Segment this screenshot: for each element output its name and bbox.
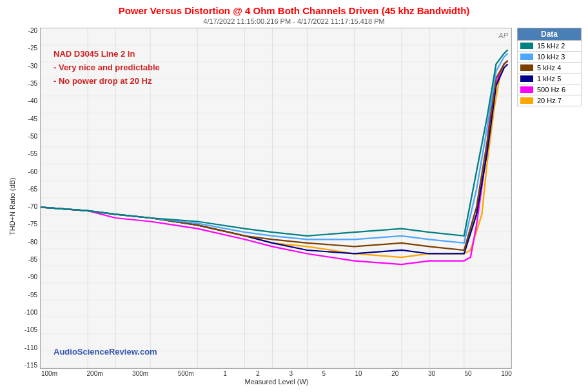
legend-item: 5 kHz 4	[517, 63, 582, 74]
legend-item-label: 15 kHz 2	[537, 42, 565, 50]
legend-item-label: 5 kHz 4	[537, 64, 561, 72]
x-axis-label: Measured Level (W)	[41, 378, 512, 386]
annotation-line1: NAD D3045 Line 2 In	[54, 48, 160, 61]
chart-subtitle: 4/17/2022 11:15:00.216 PM - 4/17/2022 11…	[203, 17, 384, 25]
y-tick: -20	[28, 28, 37, 34]
legend-item-label: 500 Hz 6	[537, 86, 565, 93]
y-tick: -50	[28, 133, 37, 140]
y-axis-label: THD+N Ratio (dB)	[6, 28, 18, 386]
legend-color-swatch	[520, 86, 533, 93]
y-tick: -65	[28, 186, 37, 193]
y-tick: -40	[28, 98, 37, 104]
legend-item-label: 20 Hz 7	[537, 97, 562, 104]
chart-container: Power Versus Distortion @ 4 Ohm Both Cha…	[0, 0, 588, 392]
annotation-line3: - No power drop at 20 Hz	[54, 75, 160, 88]
legend-item: 1 kHz 5	[517, 74, 582, 84]
legend-color-swatch	[520, 75, 533, 82]
legend-item: 15 kHz 2	[517, 41, 582, 52]
legend-color-swatch	[520, 97, 533, 104]
legend-panel: Data 15 kHz 210 kHz 35 kHz 41 kHz 5500 H…	[517, 28, 582, 369]
x-tick: 100	[501, 370, 512, 377]
y-tick: -90	[28, 274, 37, 280]
legend-item-label: 1 kHz 5	[537, 75, 561, 83]
y-tick: -55	[28, 151, 37, 157]
x-tick: 50	[465, 370, 472, 377]
legend-item: 10 kHz 3	[517, 52, 582, 63]
y-tick: -60	[28, 169, 37, 175]
legend-color-swatch	[520, 43, 533, 49]
y-tick: -80	[28, 239, 37, 246]
y-tick: -35	[28, 81, 37, 87]
legend-color-swatch	[520, 64, 533, 71]
x-tick: 500m	[178, 370, 194, 377]
legend-color-swatch	[520, 54, 533, 60]
y-ticks: -20-25-30-35-40-45-50-55-60-65-70-75-80-…	[19, 28, 40, 369]
annotation-text: NAD D3045 Line 2 In - Very nice and pred…	[54, 48, 160, 88]
y-tick: -30	[28, 63, 37, 70]
legend-item-label: 10 kHz 3	[537, 53, 565, 61]
x-tick: 300m	[132, 370, 148, 377]
y-tick: -45	[28, 116, 37, 122]
x-tick: 200m	[87, 370, 103, 377]
x-tick: 3	[289, 370, 293, 377]
x-ticks: 100m200m300m500m123510203050100	[41, 370, 512, 377]
x-tick: 5	[322, 370, 326, 377]
plot-area: NAD D3045 Line 2 In - Very nice and pred…	[40, 28, 512, 369]
x-tick: 30	[428, 370, 435, 377]
x-tick: 2	[256, 370, 260, 377]
y-tick: -110	[24, 345, 37, 351]
y-tick: -115	[24, 362, 37, 369]
x-tick: 100m	[41, 370, 57, 377]
y-tick: -70	[28, 204, 37, 210]
y-tick: -25	[28, 45, 37, 52]
y-tick: -85	[28, 257, 37, 263]
x-tick: 10	[355, 370, 362, 377]
legend-item: 20 Hz 7	[517, 95, 582, 106]
x-tick: 20	[391, 370, 398, 377]
y-tick: -100	[24, 309, 37, 316]
chart-title: Power Versus Distortion @ 4 Ohm Both Cha…	[119, 5, 470, 16]
x-tick: 1	[223, 370, 227, 377]
legend-items: 15 kHz 210 kHz 35 kHz 41 kHz 5500 Hz 620…	[517, 41, 582, 106]
y-tick: -95	[28, 292, 37, 299]
legend-title: Data	[517, 28, 582, 41]
ap-logo: AP	[498, 32, 508, 39]
watermark: AudioScienceReview.com	[54, 347, 157, 357]
annotation-line2: - Very nice and predictable	[54, 61, 160, 75]
y-tick: -75	[28, 221, 37, 228]
y-tick: -105	[24, 327, 37, 333]
legend-item: 500 Hz 6	[517, 84, 582, 95]
